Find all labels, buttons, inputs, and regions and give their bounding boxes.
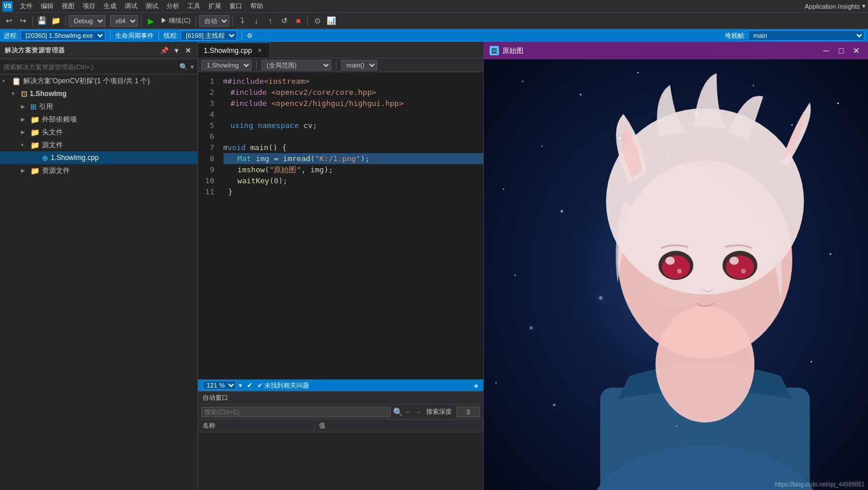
auto-search-input[interactable]: [201, 407, 391, 417]
solution-tree: ▾ 📋 解决方案'OpenCV初探'(1 个项目/共 1 个) ▾ ⊡ 1.Sh…: [0, 74, 197, 490]
process-dropdown[interactable]: [20360] 1.ShowImg.exe: [20, 30, 105, 41]
status-ok-icon: ✔: [247, 381, 253, 389]
sidebar-header-icons: 📌 ▾ ✕: [160, 46, 193, 55]
zoom-select[interactable]: 121 %: [203, 381, 236, 390]
app-insights-area: Application Insights ▾: [805, 2, 866, 10]
menu-analyze[interactable]: 分析: [163, 1, 183, 12]
toolbar-sep-5: [232, 16, 233, 26]
depth-label: 搜索深度: [424, 407, 454, 416]
tab-close-button[interactable]: ✕: [256, 47, 264, 55]
ref-arrow: ▶: [21, 104, 28, 109]
hdr-icon: 📁: [30, 128, 40, 137]
breadcrumb-scope-dropdown[interactable]: (全局范围): [261, 60, 331, 70]
app-insights-label: Application Insights: [805, 3, 860, 10]
app-insights-icon[interactable]: ▾: [862, 2, 866, 10]
diagnostics-button[interactable]: 📊: [325, 15, 338, 27]
stop-button[interactable]: ■: [292, 15, 304, 27]
processbar-sep-3: [242, 31, 242, 40]
stack-title: 堆栈帧:: [725, 31, 746, 40]
config-dropdown[interactable]: Debug: [69, 15, 105, 27]
search-icon[interactable]: 🔍: [179, 63, 188, 71]
breadcrumb-file-dropdown[interactable]: 1.ShowImg: [201, 60, 251, 70]
auto-window-label: 自动窗口: [203, 393, 228, 402]
step-into-button[interactable]: ↓: [250, 15, 263, 27]
auto-back-icon[interactable]: ←: [405, 408, 412, 416]
auto-window-title: 自动窗口: [198, 392, 483, 404]
src-label: 源文件: [42, 140, 63, 150]
image-close-button[interactable]: ✕: [851, 45, 862, 56]
code-line-8: ⊟Mat img = imread("K:/1.png");: [224, 153, 483, 164]
auto-search-icon[interactable]: 🔍: [393, 407, 403, 417]
code-line-2: ⊟#include <opencv2/core/core.hpp>: [224, 87, 483, 98]
depth-input[interactable]: [456, 407, 480, 417]
auto-forward-icon[interactable]: →: [414, 408, 421, 416]
processbar-sep-2: [158, 31, 159, 40]
tree-item-headers[interactable]: ▶ 📁 头文件: [0, 126, 197, 139]
menu-debug[interactable]: 调试: [121, 1, 141, 12]
menu-test[interactable]: 测试: [142, 1, 162, 12]
toolbar-sep-2: [65, 16, 66, 26]
step-over-button[interactable]: ⤵: [236, 15, 249, 27]
menu-build[interactable]: 生成: [100, 1, 120, 12]
scroll-indicator: ◆: [474, 382, 479, 389]
open-button[interactable]: 📁: [49, 15, 62, 27]
image-minimize-button[interactable]: ─: [820, 45, 832, 56]
src-icon: 📁: [30, 141, 40, 150]
undo-button[interactable]: ↩: [2, 15, 15, 27]
close-sidebar-icon[interactable]: ✕: [183, 46, 193, 55]
image-window-title: 原始图: [502, 46, 817, 56]
menu-project[interactable]: 项目: [79, 1, 99, 12]
menu-help[interactable]: 帮助: [247, 1, 267, 12]
redo-button[interactable]: ↪: [16, 15, 29, 27]
auto-window-content: 名称 值: [198, 420, 483, 490]
ext-arrow: ▶: [21, 116, 28, 122]
tree-item-project[interactable]: ▾ ⊡ 1.ShowImg: [0, 87, 197, 100]
header-arrow-icon[interactable]: ▾: [172, 46, 181, 55]
breadcrumb-sep-1: [256, 61, 257, 70]
breakpoint-button[interactable]: ⊙: [311, 15, 324, 27]
tree-item-resources[interactable]: ▶ 📁 资源文件: [0, 164, 197, 177]
tree-item-source[interactable]: ▾ 📁 源文件: [0, 139, 197, 151]
image-window: 🖼 原始图 ─ □ ✕: [484, 42, 868, 490]
menu-view[interactable]: 视图: [58, 1, 78, 12]
thread-dropdown[interactable]: [6168] 主线程: [180, 30, 237, 41]
menu-edit[interactable]: 编辑: [37, 1, 57, 12]
tab-showimg-cpp[interactable]: 1.ShowImg.cpp ✕: [198, 42, 270, 58]
pin-icon[interactable]: 📌: [160, 46, 169, 55]
run-button[interactable]: ▶: [144, 15, 157, 27]
auto-table-header: 名称 值: [198, 420, 483, 432]
platform-dropdown[interactable]: x64: [110, 15, 138, 27]
hdr-label: 头文件: [42, 127, 63, 137]
code-content[interactable]: ⊟#include<iostream> ⊟#include <opencv2/c…: [220, 72, 483, 379]
stack-label: ⚙: [247, 32, 253, 40]
zoom-chevron[interactable]: ▾: [239, 382, 242, 389]
breadcrumb-sep-2: [336, 61, 336, 70]
solution-explorer: 解决方案资源管理器 📌 ▾ ✕ 🔍 ▾ ▾ 📋 解决方案'OpenCV初探'(1…: [0, 42, 198, 490]
hdr-arrow: ▶: [21, 129, 28, 135]
solution-arrow: ▾: [2, 78, 9, 84]
image-maximize-button[interactable]: □: [835, 45, 847, 56]
tree-item-references[interactable]: ▶ ⊞ 引用: [0, 100, 197, 113]
code-editor[interactable]: 1234 5678 91011 ⊟#include<iostream> ⊟#in…: [198, 72, 483, 379]
project-icon: ⊡: [21, 90, 27, 98]
restart-button[interactable]: ↺: [278, 15, 290, 27]
svg-point-10: [729, 257, 739, 265]
breadcrumb-func-dropdown[interactable]: main(): [341, 60, 377, 70]
target-dropdown[interactable]: 自动: [199, 15, 229, 27]
menu-tools[interactable]: 工具: [184, 1, 204, 12]
editor-area: 1.ShowImg.cpp ✕ 1.ShowImg (全局范围) main() …: [198, 42, 484, 490]
search-options-icon[interactable]: ▾: [190, 63, 194, 71]
menu-file[interactable]: 文件: [16, 1, 36, 12]
process-label: 进程:: [3, 31, 18, 40]
save-button[interactable]: 💾: [36, 15, 48, 27]
tree-item-external-deps[interactable]: ▶ 📁 外部依赖项: [0, 113, 197, 126]
toolbar-sep-6: [307, 16, 308, 26]
stack-dropdown[interactable]: main: [748, 30, 865, 41]
search-input[interactable]: [3, 63, 177, 70]
menu-window[interactable]: 窗口: [226, 1, 246, 12]
step-out-button[interactable]: ↑: [264, 15, 277, 27]
res-arrow: ▶: [21, 168, 28, 173]
tree-item-solution[interactable]: ▾ 📋 解决方案'OpenCV初探'(1 个项目/共 1 个): [0, 74, 197, 87]
menu-extensions[interactable]: 扩展: [205, 1, 225, 12]
tree-item-showimg-cpp[interactable]: ⊕ 1.ShowImg.cpp: [0, 151, 197, 164]
